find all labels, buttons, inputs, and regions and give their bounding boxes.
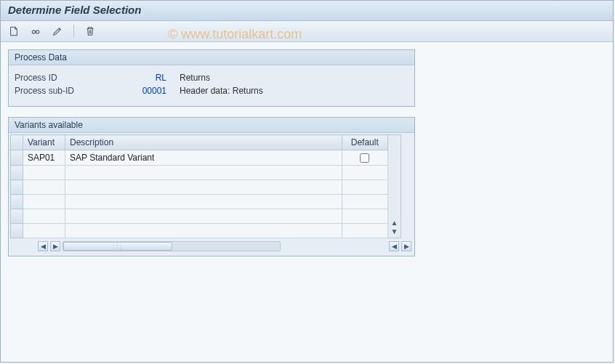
cell-variant[interactable] — [23, 209, 65, 224]
row-selector[interactable] — [11, 209, 23, 224]
scrollbar-thumb[interactable]: ::: — [63, 242, 172, 251]
col-variant-header[interactable]: Variant — [23, 135, 65, 150]
app-window: Determine Field Selection © www.tutorial… — [0, 0, 614, 363]
horizontal-scrollbar[interactable]: ::: — [63, 241, 281, 251]
table-row[interactable] — [11, 209, 388, 224]
cell-description[interactable] — [65, 166, 342, 180]
variants-tbody: SAP01 SAP Standard Variant — [11, 150, 388, 238]
process-data-group: Process Data Process ID RL Returns Proce… — [8, 49, 415, 107]
svg-point-1 — [36, 31, 39, 33]
page-icon — [9, 26, 19, 36]
delete-button[interactable] — [83, 24, 97, 39]
toolbar-separator — [73, 25, 74, 38]
cell-description[interactable]: SAP Standard Variant — [65, 150, 342, 166]
process-subid-value[interactable]: 00001 — [131, 86, 171, 96]
scroll-down-icon[interactable]: ▼ — [388, 227, 401, 236]
display-button[interactable] — [28, 24, 43, 39]
cell-description[interactable] — [65, 224, 342, 238]
process-subid-row: Process sub-ID 00001 Header data: Return… — [15, 86, 409, 96]
scroll-last-icon[interactable]: ▶ — [401, 241, 411, 251]
table-row[interactable] — [11, 166, 388, 180]
pencil-icon — [52, 26, 63, 36]
variants-tablewrap: Variant Description Default SAP01 SAP St… — [9, 133, 414, 238]
change-button[interactable] — [50, 24, 65, 39]
cell-default[interactable] — [342, 224, 387, 238]
variants-table: Variant Description Default SAP01 SAP St… — [10, 134, 388, 238]
variants-header: Variants available — [9, 118, 414, 133]
default-checkbox[interactable] — [360, 153, 369, 163]
cell-description[interactable] — [65, 195, 342, 209]
cell-description[interactable] — [65, 209, 342, 224]
table-row[interactable] — [11, 224, 388, 238]
cell-default[interactable] — [342, 150, 387, 166]
process-id-desc: Returns — [171, 73, 210, 83]
scroll-right-icon[interactable]: ◀ — [389, 241, 399, 251]
content-area: Process Data Process ID RL Returns Proce… — [1, 42, 613, 271]
scroll-left-icon[interactable]: ▶ — [50, 241, 60, 251]
col-default-header[interactable]: Default — [342, 135, 387, 150]
scroll-up-icon[interactable]: ▲ — [388, 219, 401, 227]
rowhead-corner[interactable] — [11, 135, 23, 150]
scroll-first-icon[interactable]: ◀ — [38, 241, 48, 251]
create-button[interactable] — [7, 24, 21, 39]
cell-variant[interactable]: SAP01 — [23, 150, 65, 166]
cell-default[interactable] — [342, 209, 387, 224]
row-selector[interactable] — [11, 195, 23, 209]
cell-variant[interactable] — [23, 224, 65, 238]
vertical-scrollbar[interactable]: ▲ ▼ — [388, 134, 401, 238]
row-selector[interactable] — [11, 166, 23, 180]
table-row[interactable] — [11, 195, 388, 209]
titlebar: Determine Field Selection — [1, 1, 613, 21]
process-data-header: Process Data — [9, 50, 414, 65]
trash-icon — [85, 26, 95, 36]
process-id-label: Process ID — [15, 73, 131, 83]
process-subid-desc: Header data: Returns — [171, 86, 263, 96]
page-title: Determine Field Selection — [8, 4, 606, 16]
table-row[interactable] — [11, 180, 388, 195]
row-selector[interactable] — [11, 150, 23, 166]
cell-default[interactable] — [342, 166, 387, 180]
row-selector[interactable] — [11, 180, 23, 195]
cell-variant[interactable] — [23, 166, 65, 180]
col-description-header[interactable]: Description — [65, 135, 342, 150]
glasses-icon — [31, 26, 41, 36]
svg-point-0 — [32, 31, 35, 33]
variants-header-row: Variant Description Default — [11, 135, 388, 150]
horizontal-scroll-row: ◀ ▶ ::: ◀ ▶ — [9, 238, 414, 256]
process-id-row: Process ID RL Returns — [15, 73, 409, 83]
cell-default[interactable] — [342, 195, 387, 209]
cell-description[interactable] — [65, 180, 342, 195]
cell-variant[interactable] — [23, 180, 65, 195]
toolbar — [1, 21, 613, 42]
row-selector[interactable] — [11, 224, 23, 238]
process-id-value[interactable]: RL — [131, 73, 171, 83]
cell-default[interactable] — [342, 180, 387, 195]
cell-variant[interactable] — [23, 195, 65, 209]
process-data-body: Process ID RL Returns Process sub-ID 000… — [9, 65, 414, 106]
variants-group: Variants available Variant Description D… — [8, 117, 415, 256]
process-subid-label: Process sub-ID — [15, 86, 131, 96]
table-row[interactable]: SAP01 SAP Standard Variant — [11, 150, 388, 166]
